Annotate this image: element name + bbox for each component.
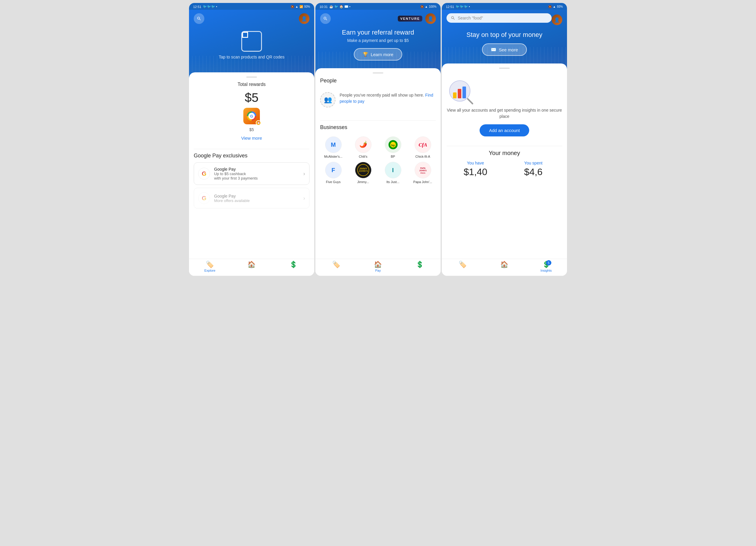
status-icons-3: 🐦🐦🐦 • xyxy=(456,5,470,9)
business-itsjust[interactable]: I Its Just... xyxy=(380,162,406,184)
nav-dollar-1[interactable]: 💲 xyxy=(284,261,302,272)
hero-title-2: Earn your referral reward xyxy=(342,29,414,36)
home-icon-3: 🏠 xyxy=(500,261,508,268)
insights-label-3: Insights xyxy=(540,269,552,272)
avatar-3[interactable]: 👤 xyxy=(552,14,562,25)
business-papajohns[interactable]: PAPA JOHN'S PIZZA Papa John'... xyxy=(410,162,436,184)
explore-icon-2: 🏷️ xyxy=(332,261,340,268)
battery-3: 93% xyxy=(557,5,563,8)
hero-title-3: Stay on top of your money xyxy=(467,31,542,39)
money-row: You have $1,40 You spent $4,6 xyxy=(447,161,562,177)
svg-text:CfA: CfA xyxy=(418,142,427,148)
bp-name: BP xyxy=(391,155,395,158)
business-chickfila[interactable]: CfA Chick-fil-A xyxy=(410,136,436,158)
business-fiveguys[interactable]: F Five Guys xyxy=(320,162,346,184)
google-pay-logo: G xyxy=(198,168,210,180)
search-button-1[interactable] xyxy=(194,13,204,24)
drag-handle-1 xyxy=(246,76,257,78)
divider-3 xyxy=(447,146,562,146)
chilis-logo: 🌶️ xyxy=(355,136,372,153)
explore-label-1: Explore xyxy=(204,269,215,272)
status-bar-1: 12:51 🐦🐦🐦 • 🔕 ▲ 📶 93% xyxy=(189,3,314,10)
nav-pay-2[interactable]: 🏠 Pay xyxy=(369,261,387,272)
insights-section: View all your accounts and get spending … xyxy=(447,73,562,183)
businesses-title: Businesses xyxy=(320,124,436,131)
g-inner: G xyxy=(248,113,255,119)
hero-header-3: Search "food" 👤 xyxy=(447,13,562,26)
explore-icon-3: 🏷️ xyxy=(459,261,467,268)
g-multicolor-icon: G xyxy=(202,170,206,177)
avatar-2[interactable]: 👤 xyxy=(425,13,436,24)
exclusive-desc-1: Up to $5 cashbackwith your first 3 payme… xyxy=(214,172,299,180)
mute-icon-2: 🔕 xyxy=(420,5,424,8)
you-have-amount: $1,40 xyxy=(447,167,504,177)
you-spent-amount: $4,6 xyxy=(504,167,562,177)
battery-2: 100% xyxy=(429,5,436,8)
rewards-section: Total rewards $5 G ⏰ $5 View more xyxy=(194,82,309,145)
qr-frame[interactable] xyxy=(241,31,262,52)
you-spent-col: You spent $4,6 xyxy=(504,161,562,177)
rewards-title: Total rewards xyxy=(194,82,309,87)
insights-description: View all your accounts and get spending … xyxy=(447,107,562,120)
fiveguys-logo: F xyxy=(325,162,342,178)
status-bar-2: 10:31 ☕ 🐦 🏠 ✉️ • 🔕 ▲ 100% xyxy=(315,3,441,10)
hero-3: Search "food" 👤 Stay on top of your mone… xyxy=(442,10,567,71)
white-card-1: Total rewards $5 G ⏰ $5 View more Google… xyxy=(189,72,314,259)
white-card-3: View all your accounts and get spending … xyxy=(442,63,567,259)
search-button-2[interactable] xyxy=(320,13,331,24)
nav-explore-1[interactable]: 🏷️ Explore xyxy=(201,261,219,272)
rewards-badge: G ⏰ xyxy=(243,108,260,124)
avatar-1[interactable]: 👤 xyxy=(299,13,309,24)
people-section: People 👥 People you've recently paid wil… xyxy=(320,78,436,117)
business-chilis[interactable]: 🌶️ Chili's xyxy=(350,136,376,158)
hero-subtitle-2: Make a payment and get up to $5 xyxy=(347,38,409,43)
jimmyjohns-logo: JIMMY JOHN'S xyxy=(355,162,372,178)
drag-handle-3 xyxy=(499,68,510,69)
svg-line-20 xyxy=(468,99,473,104)
search-bar-3[interactable]: Search "food" xyxy=(447,13,552,23)
status-bar-3: 12:51 🐦🐦🐦 • 🔕 ▲ 93% xyxy=(442,3,567,10)
nav-home-1[interactable]: 🏠 xyxy=(243,261,260,272)
people-empty: 👥 People you've recently paid will show … xyxy=(320,87,436,112)
search-placeholder-3: Search "food" xyxy=(458,16,483,20)
nav-dollar-2[interactable]: 💲 xyxy=(411,261,428,272)
nav-home-3[interactable]: 🏠 xyxy=(496,261,513,272)
chevron-right-icon-1: › xyxy=(303,171,305,177)
svg-rect-19 xyxy=(462,87,466,98)
svg-rect-18 xyxy=(458,89,461,98)
insights-badge: 5 xyxy=(546,260,551,265)
papajohns-name: Papa John'... xyxy=(413,180,432,184)
people-empty-text: People you've recently paid will show up… xyxy=(340,92,436,105)
partial-desc: More offers available xyxy=(214,198,299,203)
nav-explore-2[interactable]: 🏷️ xyxy=(328,261,345,272)
bp-logo: bp xyxy=(385,136,401,153)
hero-header-1: 👤 xyxy=(194,13,309,24)
pay-label-2: Pay xyxy=(375,269,381,272)
fiveguys-name: Five Guys xyxy=(326,180,341,184)
partial-logo: G xyxy=(198,192,210,204)
mcalisters-logo: M xyxy=(325,136,342,153)
view-more-btn[interactable]: View more xyxy=(194,136,309,141)
g-logo: G xyxy=(247,111,256,121)
nav-explore-3[interactable]: 🏷️ xyxy=(454,261,472,272)
add-account-button[interactable]: Add an account xyxy=(480,124,529,136)
home-icon-1: 🏠 xyxy=(247,261,255,268)
rewards-amount: $5 xyxy=(194,91,309,105)
business-bp[interactable]: bp BP xyxy=(380,136,406,158)
your-money-title: Your money xyxy=(447,150,562,157)
wifi-icon-2: ▲ xyxy=(425,5,428,8)
bottom-nav-2: 🏷️ 🏠 Pay 💲 xyxy=(315,259,441,276)
business-jimmyjohns[interactable]: JIMMY JOHN'S Jimmy... xyxy=(350,162,376,184)
business-mcalisters[interactable]: M McAlister's... xyxy=(320,136,346,158)
hero-1[interactable]: 👤 Tap to scan products and QR codes xyxy=(189,10,314,79)
svg-rect-17 xyxy=(453,92,457,98)
exclusive-card-2-partial: G Google Pay More offers available › xyxy=(194,188,309,208)
itsjust-name: Its Just... xyxy=(386,180,399,184)
mute-icon-1: 🔕 xyxy=(291,5,294,8)
chilis-name: Chili's xyxy=(359,155,367,158)
itsjust-logo: I xyxy=(385,162,401,178)
mute-icon-3: 🔕 xyxy=(548,5,552,8)
nav-insights-3[interactable]: 💲 5 Insights xyxy=(537,261,555,272)
svg-text:PAPA: PAPA xyxy=(420,167,426,169)
exclusive-card-1[interactable]: G Google Pay Up to $5 cashbackwith your … xyxy=(194,162,309,185)
